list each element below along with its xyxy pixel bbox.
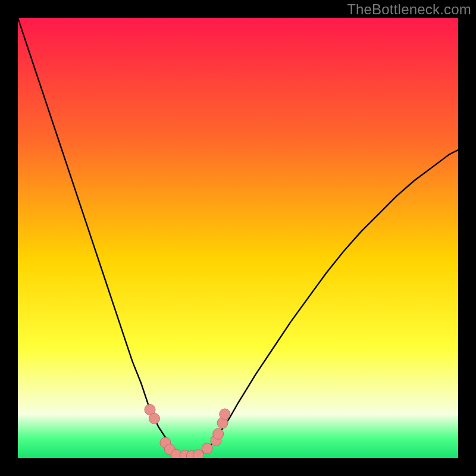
data-marker xyxy=(202,443,212,454)
gradient-background xyxy=(18,18,458,458)
bottleneck-chart xyxy=(18,18,458,458)
data-marker xyxy=(213,428,224,439)
watermark-text: TheBottleneck.com xyxy=(347,1,471,18)
data-marker xyxy=(149,413,159,424)
chart-frame: TheBottleneck.com xyxy=(0,0,476,476)
data-marker xyxy=(220,409,230,419)
